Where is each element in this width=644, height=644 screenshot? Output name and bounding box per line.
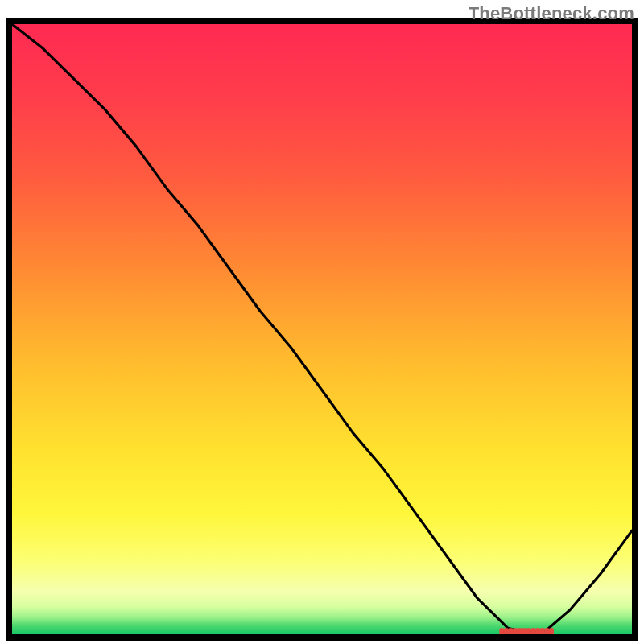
optimal-marker — [544, 628, 549, 634]
chart-container: TheBottleneck.com — [0, 0, 644, 644]
watermark-label: TheBottleneck.com — [469, 3, 634, 24]
optimal-marker — [522, 628, 526, 634]
optimal-marker — [549, 628, 554, 634]
optimal-marker — [504, 628, 509, 634]
optimal-marker — [513, 628, 518, 634]
optimal-marker — [526, 628, 531, 634]
optimal-marker — [540, 628, 545, 634]
bottleneck-chart — [0, 0, 644, 644]
optimal-marker — [499, 628, 504, 634]
optimal-marker — [535, 628, 540, 634]
optimal-marker — [509, 628, 514, 634]
optimal-marker — [531, 628, 536, 634]
optimal-marker — [518, 628, 522, 634]
heatmap-background — [12, 24, 632, 634]
